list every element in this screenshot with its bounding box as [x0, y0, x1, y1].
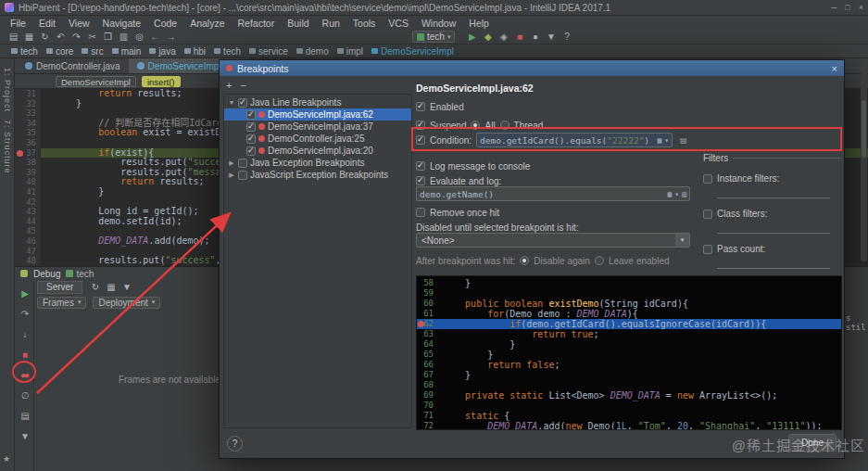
menu-item[interactable]: Navigate — [96, 18, 147, 29]
evaluate-checkbox[interactable] — [416, 176, 425, 185]
tree-group-js-exception[interactable]: ▶ JavaScript Exception Breakpoints — [224, 169, 411, 181]
scrollbar-thumb[interactable] — [862, 100, 866, 158]
history-icon[interactable]: ▤ — [682, 190, 686, 198]
breakpoints-tree[interactable]: ▼ Java Line Breakpoints DemoServiceImpl.… — [223, 94, 412, 428]
menu-item[interactable]: Build — [281, 18, 315, 29]
minimize-icon[interactable]: ─ — [831, 3, 837, 12]
dialog-title-bar[interactable]: Breakpoints × — [220, 60, 844, 76]
help-button[interactable]: ? — [227, 436, 243, 452]
menu-item[interactable]: Analyze — [183, 18, 231, 29]
sync-icon[interactable]: ↻ — [37, 31, 53, 44]
group-checkbox[interactable] — [238, 171, 247, 180]
search-everywhere-icon[interactable]: ● — [527, 31, 543, 44]
evaluate-input[interactable]: demo.getName() ▦ ▾ ▤ — [416, 186, 690, 201]
disable-again-radio[interactable] — [520, 256, 529, 265]
breadcrumb-item[interactable]: impl — [333, 46, 367, 57]
enabled-checkbox[interactable] — [416, 102, 425, 111]
mute-breakpoints-icon[interactable]: ∅ — [21, 389, 28, 401]
forward-icon[interactable]: → — [163, 31, 179, 44]
breakpoint-checkbox[interactable] — [246, 122, 256, 132]
breakpoint-checkbox[interactable] — [246, 146, 256, 156]
rerun-icon[interactable]: ↻ — [87, 281, 103, 294]
undo-icon[interactable]: ↶ — [53, 31, 69, 44]
menu-item[interactable]: Window — [415, 18, 462, 29]
editor-scrollbar[interactable] — [861, 61, 867, 261]
menu-item[interactable]: VCS — [382, 18, 415, 29]
debug-tab-label[interactable]: Debug — [33, 269, 60, 279]
log-message-checkbox[interactable] — [416, 161, 425, 171]
expander-open-icon[interactable]: ▼ — [228, 99, 235, 106]
redo-icon[interactable]: ↷ — [69, 31, 84, 44]
breadcrumb-item[interactable]: hbi — [181, 46, 209, 57]
pass-count-input[interactable] — [717, 259, 830, 269]
help-icon[interactable]: ? — [559, 31, 574, 44]
tree-group-java-line[interactable]: ▼ Java Line Breakpoints — [224, 96, 411, 108]
remove-breakpoint-icon[interactable]: − — [240, 80, 245, 91]
menu-item[interactable]: Help — [462, 18, 496, 29]
stop-icon[interactable]: ■ — [22, 349, 26, 361]
method-chip[interactable]: insert() — [142, 76, 181, 87]
menu-item[interactable]: Run — [316, 18, 346, 29]
breakpoint-checkbox[interactable] — [246, 134, 256, 144]
collapse-icon[interactable]: ▼ — [20, 430, 28, 442]
frames-select[interactable]: Frames ▾ — [37, 297, 86, 309]
open-icon[interactable]: ▤ — [6, 31, 21, 44]
settings-icon[interactable]: ▦ — [103, 281, 119, 294]
class-filters-checkbox[interactable] — [703, 210, 712, 219]
remove-once-hit-checkbox[interactable] — [416, 208, 425, 217]
more-icon[interactable]: ▼ — [119, 281, 134, 294]
menu-item[interactable]: View — [62, 18, 96, 29]
tool-button-structure[interactable]: 7: Structure — [3, 120, 12, 174]
menu-item[interactable]: Tools — [346, 18, 383, 29]
breadcrumb-item[interactable]: src — [78, 46, 107, 57]
leave-enabled-radio[interactable] — [595, 256, 604, 265]
tab-democontroller[interactable]: DemoController.java — [17, 58, 129, 73]
stop-icon[interactable]: ■ — [511, 31, 527, 44]
step-into-icon[interactable]: ↓ — [23, 328, 26, 340]
breadcrumb-item[interactable]: tech — [7, 46, 42, 57]
breakpoint-icon[interactable] — [17, 150, 23, 157]
run-config-select[interactable]: tech ▾ — [412, 31, 455, 43]
breadcrumb-item[interactable]: main — [108, 46, 145, 57]
favorites-icon[interactable]: ★ — [3, 454, 10, 464]
menu-item[interactable]: Refactor — [232, 18, 282, 29]
disabled-until-select[interactable]: <None> ▾ — [416, 233, 690, 248]
resume-icon[interactable]: ▶ — [21, 287, 27, 299]
back-icon[interactable]: ← — [147, 31, 163, 44]
maximize-icon[interactable]: □ — [845, 3, 849, 12]
breadcrumb-item[interactable]: java — [145, 46, 179, 57]
breadcrumb-item[interactable]: demo — [293, 46, 333, 57]
tree-group-java-exception[interactable]: ▶ Java Exception Breakpoints — [224, 157, 411, 169]
run-icon[interactable]: ▶ — [464, 31, 480, 44]
breakpoint-checkbox[interactable] — [246, 110, 256, 120]
coverage-icon[interactable]: ◈ — [496, 31, 511, 44]
breadcrumb-item[interactable]: service — [245, 46, 292, 57]
tool-button-project[interactable]: 1: Project — [3, 68, 12, 112]
group-checkbox[interactable] — [238, 98, 247, 108]
save-all-icon[interactable]: ▦ — [21, 31, 37, 44]
updates-icon[interactable]: ▼ — [543, 31, 559, 44]
restore-layout-icon[interactable]: ▤ — [20, 410, 27, 422]
breadcrumb-item[interactable]: core — [43, 46, 77, 57]
tab-server[interactable]: Server — [37, 281, 82, 294]
find-icon[interactable]: ◎ — [132, 31, 147, 44]
expander-closed-icon[interactable]: ▶ — [228, 172, 235, 179]
close-icon[interactable]: × — [859, 3, 863, 12]
deployment-select[interactable]: Deployment ▾ — [93, 297, 160, 309]
expand-editor-icon[interactable]: ▦ — [668, 190, 673, 198]
breakpoint-item[interactable]: DemoServiceImpl.java:20 — [224, 145, 411, 157]
step-over-icon[interactable]: ↷ — [21, 308, 27, 320]
debug-session[interactable]: tech — [66, 269, 94, 279]
class-chip[interactable]: DemoServiceImpl — [56, 76, 136, 87]
pass-count-checkbox[interactable] — [703, 245, 712, 254]
debug-icon[interactable]: ◆ — [480, 31, 496, 44]
menu-item[interactable]: Code — [147, 18, 183, 29]
instance-filters-checkbox[interactable] — [703, 174, 712, 184]
menu-item[interactable]: File — [4, 18, 32, 29]
cut-icon[interactable]: ✂ — [84, 31, 100, 44]
chevron-down-icon[interactable]: ▾ — [674, 190, 679, 198]
menu-item[interactable]: Edit — [32, 18, 62, 29]
breakpoint-item[interactable]: DemoServiceImpl.java:37 — [224, 121, 411, 133]
group-checkbox[interactable] — [238, 159, 247, 168]
instance-filters-input[interactable] — [717, 188, 830, 198]
